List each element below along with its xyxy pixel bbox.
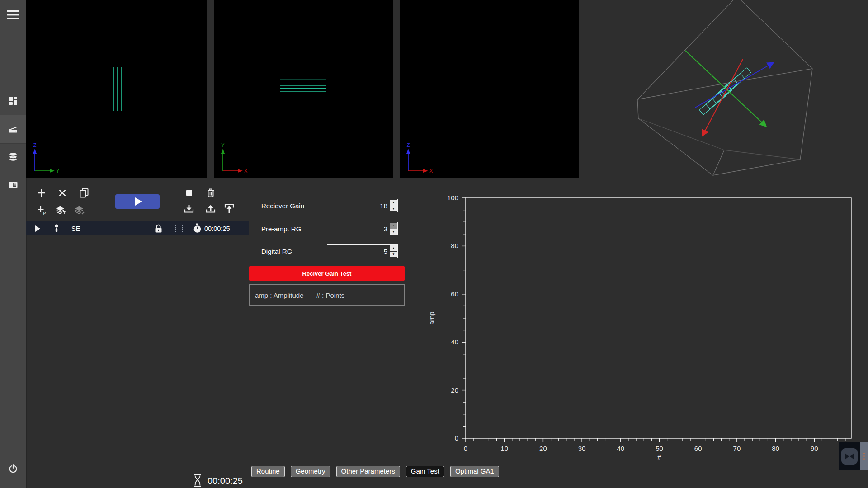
stop-icon — [184, 188, 194, 198]
sidebar-item-database[interactable] — [0, 143, 26, 171]
svg-text:80: 80 — [772, 445, 779, 452]
add-button[interactable] — [34, 185, 49, 201]
tab-gain-test[interactable]: Gain Test — [406, 466, 444, 477]
legend-amp: amp : Amplitude — [255, 291, 304, 299]
svg-text:0: 0 — [464, 445, 467, 452]
hourglass-icon — [193, 474, 202, 487]
legend-points: # : Points — [316, 291, 345, 299]
svg-text:40: 40 — [451, 338, 458, 346]
layers-edit-button-disabled[interactable] — [72, 202, 87, 218]
dashboard-grid-icon — [8, 95, 19, 106]
receiver-gain-stepper: ▲▼ — [327, 199, 398, 212]
parameter-tabs: RoutineGeometryOther ParametersGain Test… — [251, 466, 499, 477]
tab-routine[interactable]: Routine — [251, 466, 285, 477]
svg-text:50: 50 — [656, 445, 663, 452]
viewport-zx[interactable]: Z X — [400, 0, 579, 178]
sidebar-item-scanner[interactable] — [0, 115, 26, 144]
power-button[interactable] — [0, 456, 26, 481]
upload-top-button[interactable] — [222, 201, 237, 216]
svg-text:80: 80 — [451, 242, 458, 249]
scene-3d-view[interactable] — [579, 0, 868, 194]
layers-disabled-icon — [74, 205, 85, 216]
tab-geometry[interactable]: Geometry — [291, 466, 330, 477]
svg-text:30: 30 — [578, 445, 586, 452]
svg-text:amp: amp — [428, 311, 435, 324]
axis-label-x: X — [429, 168, 433, 174]
play-icon — [135, 197, 142, 206]
spin-down-button[interactable]: ▼ — [390, 229, 397, 235]
stopwatch-icon — [193, 221, 202, 235]
delete-button[interactable] — [203, 185, 218, 201]
corner-widget-menu[interactable] — [860, 442, 868, 470]
gain-chart[interactable]: 0204060801000102030405060708090#amp — [425, 194, 868, 477]
svg-text:P: P — [43, 211, 46, 216]
tab-optimal-ga1[interactable]: Optimal GA1 — [450, 466, 499, 477]
database-icon — [8, 151, 19, 162]
axis-indicator-zx: Z X — [402, 142, 439, 176]
upload-top-icon — [223, 202, 236, 215]
receiver-gain-label: Reciever Gain — [261, 202, 304, 210]
copy-icon — [79, 188, 90, 198]
dot-icon — [863, 458, 865, 460]
layers-export-button[interactable] — [53, 202, 68, 218]
plus-p-icon: P — [36, 205, 47, 216]
download-button[interactable] — [181, 201, 197, 216]
stop-button[interactable] — [181, 185, 197, 201]
svg-text:90: 90 — [811, 445, 818, 452]
svg-text:20: 20 — [451, 386, 458, 394]
sidebar — [0, 0, 27, 488]
preamp-rg-stepper: ▲▼ — [327, 222, 398, 235]
scanner-icon — [8, 124, 19, 135]
sequence-row[interactable]: SE 00:00:25 — [26, 221, 249, 235]
spin-down-button[interactable]: ▼ — [390, 206, 397, 212]
spin-up-button[interactable]: ▲ — [390, 245, 397, 251]
corner-overlay-widget — [839, 442, 868, 470]
receiver-gain-input[interactable] — [327, 199, 390, 212]
viewport-zy[interactable]: Z Y — [26, 0, 207, 178]
receiver-gain-test-button[interactable]: Reciver Gain Test — [249, 266, 405, 281]
spin-up-button[interactable]: ▲ — [390, 223, 397, 229]
digital-rg-input[interactable] — [327, 245, 390, 258]
plus-icon — [36, 188, 47, 198]
viewport-yx[interactable]: Y X — [214, 0, 393, 178]
corner-widget-body — [839, 442, 860, 470]
spin-down-button[interactable]: ▼ — [390, 252, 397, 258]
svg-text:20: 20 — [539, 445, 547, 452]
record-card-icon — [8, 179, 19, 190]
axis-indicator-yx: Y X — [217, 142, 253, 176]
svg-text:#: # — [657, 453, 661, 461]
digital-rg-label: Digital RG — [261, 248, 292, 255]
close-icon — [57, 188, 68, 198]
svg-text:100: 100 — [447, 194, 458, 202]
sidebar-item-dashboard[interactable] — [0, 87, 26, 115]
selection-box-icon[interactable] — [175, 221, 183, 235]
app-window: Z Y Y X Z X — [0, 0, 868, 488]
spin-up-button[interactable]: ▲ — [390, 200, 397, 206]
upload-icon — [204, 203, 217, 215]
dot-icon — [863, 455, 865, 457]
sequence-play-button[interactable] — [35, 221, 40, 235]
hamburger-icon — [7, 10, 19, 19]
sequence-timer: 00:00:25 — [204, 221, 230, 235]
slice-stack — [699, 68, 751, 115]
play-button[interactable] — [115, 194, 160, 209]
axis-label-y: Y — [221, 142, 225, 148]
add-point-button[interactable]: P — [34, 202, 49, 218]
preamp-rg-input[interactable] — [327, 222, 390, 235]
menu-button[interactable] — [0, 5, 26, 24]
svg-text:70: 70 — [733, 445, 741, 452]
flip-triangles-icon[interactable] — [841, 448, 858, 465]
axis-3d-red — [703, 59, 743, 136]
svg-text:60: 60 — [694, 445, 702, 452]
sidebar-item-records[interactable] — [0, 171, 26, 199]
tab-other-parameters[interactable]: Other Parameters — [336, 466, 400, 477]
axis-3d-blue — [695, 63, 773, 108]
dot-icon — [863, 453, 865, 454]
copy-button[interactable] — [76, 185, 92, 201]
svg-text:40: 40 — [617, 445, 624, 452]
upload-button[interactable] — [203, 201, 218, 216]
preamp-rg-label: Pre-amp. RG — [261, 225, 301, 233]
close-button[interactable] — [55, 185, 70, 201]
svg-text:10: 10 — [500, 445, 508, 452]
lock-icon[interactable] — [154, 221, 163, 235]
